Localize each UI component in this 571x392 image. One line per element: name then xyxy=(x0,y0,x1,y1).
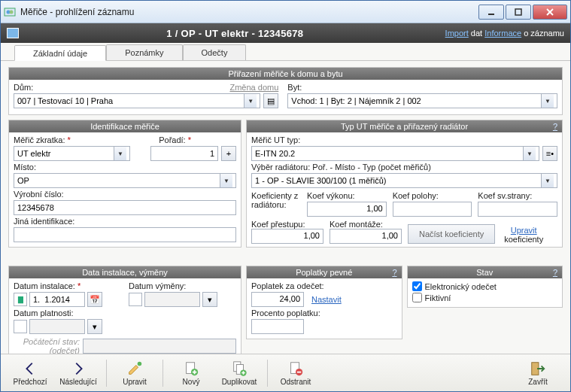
validity-date-checkbox[interactable] xyxy=(14,320,27,333)
maximize-icon xyxy=(515,8,522,16)
install-date-label: Datum instalace: xyxy=(14,281,121,290)
ut-type-combo[interactable]: E-ITN 20.2 ▼ xyxy=(251,146,539,161)
record-icon xyxy=(7,28,19,38)
new-button[interactable]: Nový xyxy=(168,357,214,390)
shortcut-label: Měřič zkratka: xyxy=(14,135,89,144)
exchange-date-checkbox[interactable] xyxy=(129,293,142,306)
window-title: Měřiče - prohlížení záznamu xyxy=(20,7,477,17)
prev-label: Předchozí xyxy=(13,378,47,386)
house-value: 007 | Testovací 10 | Praha xyxy=(17,96,244,105)
fee-pct-label: Procento poplatku: xyxy=(251,308,320,318)
help-fees-icon[interactable]: ? xyxy=(392,268,396,277)
chevron-down-icon: ▼ xyxy=(541,94,554,108)
fee-value[interactable]: 24,00 xyxy=(251,292,304,307)
panel-state: Stav? Elektronický odečet Fiktivní xyxy=(407,266,563,308)
change-house-link[interactable]: Změna domu xyxy=(229,83,278,92)
import-link[interactable]: Import xyxy=(445,29,469,38)
radiator-value: 1 - OP - SLAVIE 300/100 (1 měřičů) xyxy=(255,176,541,185)
close-button[interactable]: Zavřít xyxy=(512,357,564,390)
app-window: Měřiče - prohlížení záznamu 1 / OP - UT … xyxy=(0,0,571,392)
fictive-checkbox[interactable]: Fiktivní xyxy=(412,293,451,302)
minimize-button[interactable] xyxy=(478,5,504,20)
chevron-down-icon: ▼ xyxy=(541,174,554,187)
tab-readings[interactable]: Odečty xyxy=(183,44,247,60)
pencil-icon xyxy=(126,360,143,377)
edit-coef-link[interactable]: Upravit xyxy=(511,226,537,235)
new-label: Nový xyxy=(183,378,200,386)
close-label: Zavřít xyxy=(528,378,548,386)
document-duplicate-icon xyxy=(231,360,248,377)
flat-combo[interactable]: Vchod: 1 | Byt: 2 | Nájemník 2 | 002 ▼ xyxy=(287,93,557,108)
coef-position-value[interactable] xyxy=(393,202,472,217)
coef-mount-value[interactable]: 1,00 xyxy=(330,229,402,244)
panel-ut-type: Typ UT měřiče a přiřazený radiátor? Měři… xyxy=(246,120,563,248)
place-combo[interactable]: OP ▼ xyxy=(14,173,236,188)
validity-date-picker-button[interactable]: ▾ xyxy=(87,319,102,334)
serial-input[interactable] xyxy=(14,200,236,215)
close-icon xyxy=(546,8,554,16)
panel-identification: Identifikace měřiče Měřič zkratka: Pořad… xyxy=(8,120,241,248)
help-state-icon[interactable]: ? xyxy=(553,268,557,277)
del-label: Odstranit xyxy=(281,378,311,386)
record-path: 1 / OP - UT elektr - 12345678 xyxy=(25,28,445,39)
edit-coef-suffix: koeficienty xyxy=(504,235,543,244)
separator xyxy=(162,360,163,387)
install-date-checkbox[interactable]: ▇ xyxy=(14,293,27,306)
coef-from-label: Koeficienty z radiátoru: xyxy=(251,191,298,209)
maximize-button[interactable] xyxy=(506,5,531,20)
panel-dates-title: Data instalace, výměny xyxy=(9,266,241,278)
separator xyxy=(106,360,107,387)
flat-label: Byt: xyxy=(287,83,302,92)
tabs: Základní údaje Poznámky Odečty xyxy=(1,43,570,61)
validity-date-input xyxy=(29,319,85,334)
validity-date-label: Datum platnosti: xyxy=(14,308,121,318)
fee-pct-value[interactable] xyxy=(251,319,304,334)
info-link[interactable]: Informace xyxy=(484,29,521,38)
house-lookup-button[interactable]: ▤ xyxy=(263,93,278,108)
initial-state-label: Počáteční stav: xyxy=(23,337,80,346)
exchange-date-input xyxy=(144,292,200,307)
coef-transfer-label: Koef přestupu: xyxy=(251,220,305,229)
coef-transfer-value[interactable]: 1,00 xyxy=(251,229,323,244)
close-window-button[interactable] xyxy=(533,5,567,20)
duplicate-button[interactable]: Duplikovat xyxy=(216,357,263,390)
order-plus-button[interactable]: + xyxy=(221,146,236,161)
otherid-input[interactable] xyxy=(14,227,236,242)
set-fee-link[interactable]: Nastavit xyxy=(311,295,342,304)
panel-ut-type-title: Typ UT měřiče a přiřazený radiátor? xyxy=(247,120,562,132)
radiator-select-label: Výběr radiátoru: Poř. - Místo - Typ (poč… xyxy=(251,163,431,172)
delete-button[interactable]: Odstranit xyxy=(272,357,319,390)
chevron-down-icon: ▼ xyxy=(114,147,126,160)
dup-label: Duplikovat xyxy=(222,378,257,386)
electronic-reading-checkbox[interactable]: Elektronický odečet xyxy=(412,281,497,291)
arrow-right-icon xyxy=(70,360,87,377)
prev-button[interactable]: Předchozí xyxy=(7,357,53,390)
shortcut-combo[interactable]: UT elektr ▼ xyxy=(14,146,130,161)
coef-side-value[interactable] xyxy=(478,202,557,217)
house-label: Dům: xyxy=(14,83,33,92)
house-combo[interactable]: 007 | Testovací 10 | Praha ▼ xyxy=(14,93,260,108)
radiator-combo[interactable]: 1 - OP - SLAVIE 300/100 (1 měřičů) ▼ xyxy=(251,173,557,188)
exit-icon xyxy=(530,360,546,377)
fictive-label: Fiktivní xyxy=(425,293,451,302)
electronic-reading-label: Elektronický odečet xyxy=(425,282,497,291)
exchange-date-label: Datum výměny: xyxy=(129,281,236,290)
order-input[interactable] xyxy=(150,146,218,161)
tab-basic[interactable]: Základní údaje xyxy=(14,45,106,61)
next-button[interactable]: Následující xyxy=(55,357,102,390)
coef-power-value[interactable]: 1,00 xyxy=(307,202,387,217)
edit-button[interactable]: Upravit xyxy=(111,357,158,390)
ut-type-edit-button[interactable]: ≡• xyxy=(542,146,557,161)
coef-power-label: Koef výkonu: xyxy=(307,191,387,200)
load-coefficients-button[interactable]: Načíst koeficienty xyxy=(408,224,495,244)
exchange-date-picker-button[interactable]: ▾ xyxy=(202,292,217,307)
help-ut-icon[interactable]: ? xyxy=(553,122,557,131)
flat-value: Vchod: 1 | Byt: 2 | Nájemník 2 | 002 xyxy=(291,96,541,105)
install-date-input[interactable] xyxy=(29,292,85,307)
chevron-down-icon: ▼ xyxy=(220,174,232,187)
ut-title-text: Typ UT měřiče a přiřazený radiátor xyxy=(341,122,468,131)
panel-dates: Data instalace, výměny Datum instalace: … xyxy=(8,266,241,354)
panel-assignment-title: Přiřazení měřiče k domu a bytu xyxy=(9,68,562,80)
tab-notes[interactable]: Poznámky xyxy=(106,44,182,60)
install-date-picker-button[interactable]: 📅 xyxy=(87,292,102,307)
